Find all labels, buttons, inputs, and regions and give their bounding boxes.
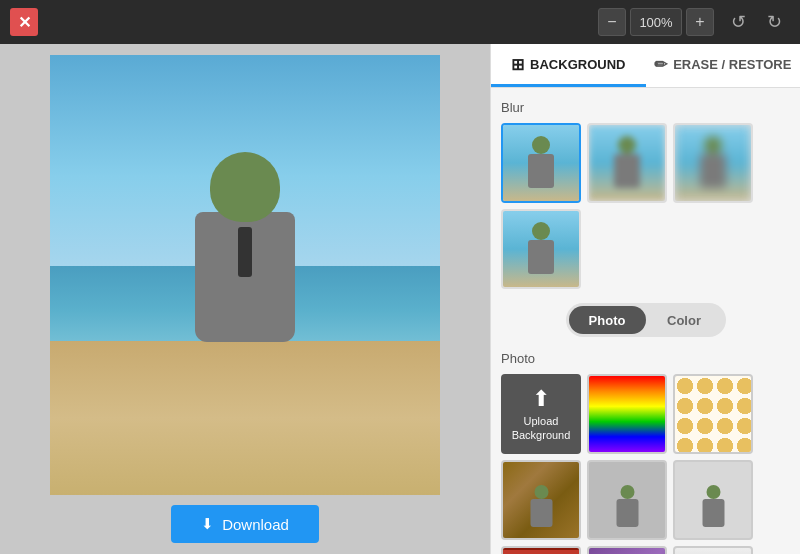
mini-fig-wood <box>529 485 554 530</box>
upload-background-button[interactable]: ⬆ UploadBackground <box>501 374 581 454</box>
bg-brick-preview <box>503 548 579 554</box>
undo-redo-controls: ↺ ↻ <box>722 8 790 36</box>
plus-icon: + <box>695 13 704 31</box>
top-bar: ✕ − 100% + ↺ ↻ <box>0 0 800 44</box>
bg-wood-thumb[interactable] <box>501 460 581 540</box>
bg-grey-preview <box>589 462 665 538</box>
bg-brick-thumb[interactable] <box>501 546 581 554</box>
zoom-in-button[interactable]: + <box>686 8 714 36</box>
canvas-image <box>50 55 440 495</box>
bg-lightgrey-preview <box>675 462 751 538</box>
upload-icon: ⬆ <box>532 386 550 412</box>
tab-background[interactable]: ⊞ BACKGROUND <box>491 44 646 87</box>
bg-wood-preview <box>503 462 579 538</box>
mini-figure-1 <box>526 136 556 186</box>
canvas-frame <box>50 55 440 495</box>
bg-purple-preview <box>589 548 665 554</box>
suit-body <box>195 212 295 342</box>
erase-tab-label: ERASE / RESTORE <box>673 57 791 72</box>
blur-section-label: Blur <box>501 100 790 115</box>
zoom-value: 100% <box>630 8 682 36</box>
background-tab-label: BACKGROUND <box>530 57 625 72</box>
bg-purple-thumb[interactable] <box>587 546 667 554</box>
main-content: ⬇ Download ⊞ BACKGROUND ✏ ERASE / RESTOR… <box>0 44 800 554</box>
close-icon: ✕ <box>18 13 31 32</box>
erase-tab-icon: ✏ <box>654 55 667 74</box>
zoom-controls: − 100% + <box>598 8 714 36</box>
photo-grid: ⬆ UploadBackground <box>501 374 790 554</box>
canvas-area: ⬇ Download <box>0 44 490 554</box>
right-panel: ⊞ BACKGROUND ✏ ERASE / RESTORE Blur <box>490 44 800 554</box>
bg-dots-thumb[interactable] <box>673 374 753 454</box>
bg-rainbow-preview <box>589 376 665 452</box>
download-button[interactable]: ⬇ Download <box>171 505 319 543</box>
bg-grey-thumb[interactable] <box>587 460 667 540</box>
mini-figure-2 <box>612 136 642 186</box>
undo-icon: ↺ <box>731 11 746 33</box>
blur-thumbnails <box>501 123 790 289</box>
zoom-out-button[interactable]: − <box>598 8 626 36</box>
mini-fig-grey <box>615 485 640 530</box>
blur-preview-none <box>503 125 579 201</box>
figure-overlay <box>185 152 305 372</box>
mini-figure-4 <box>526 222 556 272</box>
download-label: Download <box>222 516 289 533</box>
color-toggle-button[interactable]: Color <box>646 306 723 334</box>
blur-thumb-heavy[interactable] <box>501 209 581 289</box>
redo-button[interactable]: ↻ <box>758 8 790 36</box>
blur-preview-heavy <box>503 211 579 287</box>
bg-studio-thumb[interactable] <box>673 546 753 554</box>
blur-preview-medium <box>675 125 751 201</box>
mini-fig-lightgrey <box>701 485 726 530</box>
bg-lightgrey-thumb[interactable] <box>673 460 753 540</box>
photo-section-label: Photo <box>501 351 790 366</box>
tab-erase-restore[interactable]: ✏ ERASE / RESTORE <box>646 44 801 87</box>
minus-icon: − <box>607 13 616 31</box>
tab-bar: ⊞ BACKGROUND ✏ ERASE / RESTORE <box>491 44 800 88</box>
undo-button[interactable]: ↺ <box>722 8 754 36</box>
suit-tie <box>238 227 252 277</box>
background-tab-icon: ⊞ <box>511 55 524 74</box>
upload-label: UploadBackground <box>512 415 571 441</box>
mini-figure-3 <box>698 136 728 186</box>
close-button[interactable]: ✕ <box>10 8 38 36</box>
photo-color-toggle: Photo Color <box>566 303 726 337</box>
bg-rainbow-thumb[interactable] <box>587 374 667 454</box>
download-icon: ⬇ <box>201 515 214 533</box>
blur-thumb-none[interactable] <box>501 123 581 203</box>
blur-thumb-light[interactable] <box>587 123 667 203</box>
blur-preview-light <box>589 125 665 201</box>
bg-studio-preview <box>675 548 751 554</box>
photo-toggle-button[interactable]: Photo <box>569 306 646 334</box>
bg-dots-preview <box>675 376 751 452</box>
frog-head <box>210 152 280 222</box>
panel-scroll[interactable]: Blur <box>491 88 800 554</box>
blur-thumb-medium[interactable] <box>673 123 753 203</box>
redo-icon: ↻ <box>767 11 782 33</box>
